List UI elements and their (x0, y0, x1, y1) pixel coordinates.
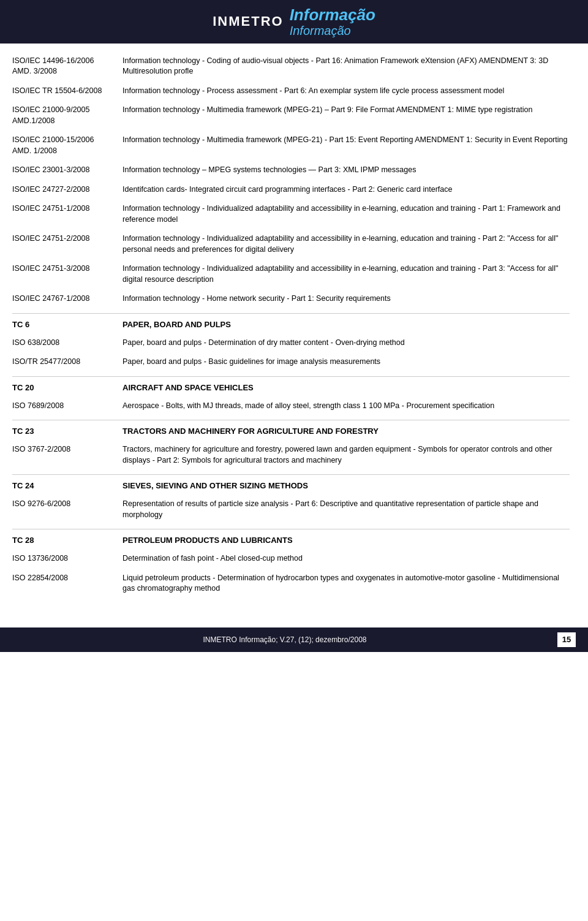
section-header-tc24: TC 24 SIEVES, SIEVING AND OTHER SIZING M… (12, 481, 570, 490)
footer-text: INMETRO Informação; V.27, (12); dezembro… (12, 635, 557, 644)
page-number: 15 (557, 632, 576, 647)
list-item: ISO/IEC 23001-3/2008 Information technol… (12, 165, 570, 176)
divider (12, 529, 570, 529)
entry-desc: Identifcation cards- Integrated circuit … (123, 184, 570, 195)
entry-desc: Liquid petroleum products - Determinatio… (123, 573, 570, 594)
section-code: TC 23 (12, 426, 110, 436)
list-item: ISO/IEC 24767-1/2008 Information technol… (12, 294, 570, 305)
list-item: ISO 13736/2008 Determination of fash poi… (12, 553, 570, 564)
entry-code: ISO/IEC 24751-3/2008 (12, 263, 110, 285)
entry-code: ISO/IEC TR 15504-6/2008 (12, 86, 110, 97)
list-item: ISO/IEC 21000-9/2005AMD.1/2008 Informati… (12, 105, 570, 126)
entry-code: ISO/IEC 24727-2/2008 (12, 184, 110, 195)
entry-code: ISO/IEC 21000-15/2006AMD. 1/2008 (12, 135, 110, 156)
entry-code: ISO/IEC 24767-1/2008 (12, 294, 110, 305)
list-item: ISO 22854/2008 Liquid petroleum products… (12, 573, 570, 594)
divider (12, 313, 570, 314)
entry-desc: Aerospace - Bolts, with MJ threads, made… (123, 401, 570, 412)
entry-code: ISO 13736/2008 (12, 553, 110, 564)
entry-desc: Information technology - Individualized … (123, 263, 570, 285)
section-code: TC 6 (12, 320, 110, 329)
page-footer: INMETRO Informação; V.27, (12); dezembro… (0, 627, 588, 652)
divider (12, 474, 570, 475)
list-item: ISO/IEC 24751-3/2008 Information technol… (12, 263, 570, 285)
section-header-tc20: TC 20 AIRCRAFT AND SPACE VEHICLES (12, 383, 570, 392)
entry-code: ISO/IEC 24751-1/2008 (12, 203, 110, 225)
entry-code: ISO/IEC 14496-16/2006AMD. 3/2008 (12, 56, 110, 77)
list-item: ISO/IEC 24751-1/2008 Information technol… (12, 203, 570, 225)
list-item: ISO/IEC 24727-2/2008 Identifcation cards… (12, 184, 570, 195)
entry-desc: Information technology - Multimedia fram… (123, 135, 570, 156)
entry-desc: Tractors, machinery for agriculture and … (123, 444, 570, 466)
section-header-tc23: TC 23 TRACTORS AND MACHINERY FOR AGRICUL… (12, 426, 570, 436)
section-code: TC 24 (12, 481, 110, 490)
page-header: INMETRO Informação Informação (0, 0, 588, 44)
entry-code: ISO/IEC 24751-2/2008 (12, 233, 110, 255)
section-title: PAPER, BOARD AND PULPS (123, 320, 570, 329)
entry-desc: Information technology - Multimedia fram… (123, 105, 570, 126)
informacao-line2: Informação (290, 24, 375, 37)
list-item: ISO/TR 25477/2008 Paper, board and pulps… (12, 357, 570, 368)
section-title: SIEVES, SIEVING AND OTHER SIZING METHODS (123, 481, 570, 490)
entry-code: ISO/TR 25477/2008 (12, 357, 110, 368)
entry-desc: Paper, board and pulps - Basic guideline… (123, 357, 570, 368)
list-item: ISO 7689/2008 Aerospace - Bolts, with MJ… (12, 401, 570, 412)
entry-code: ISO 638/2008 (12, 338, 110, 349)
list-item: ISO/IEC 21000-15/2006AMD. 1/2008 Informa… (12, 135, 570, 156)
entry-desc: Paper, board and pulps - Determination o… (123, 338, 570, 349)
list-item: ISO/IEC 24751-2/2008 Information technol… (12, 233, 570, 255)
entry-desc: Information technology - Home network se… (123, 294, 570, 305)
logo: INMETRO Informação Informação (213, 6, 375, 37)
section-code: TC 28 (12, 536, 110, 545)
entry-code: ISO/IEC 23001-3/2008 (12, 165, 110, 176)
inmetro-text: INMETRO (213, 13, 283, 29)
section-code: TC 20 (12, 383, 110, 392)
list-item: ISO 9276-6/2008 Representation of result… (12, 499, 570, 520)
entry-code: ISO 7689/2008 (12, 401, 110, 412)
entry-code: ISO 22854/2008 (12, 573, 110, 594)
list-item: ISO/IEC 14496-16/2006AMD. 3/2008 Informa… (12, 56, 570, 77)
list-item: ISO 638/2008 Paper, board and pulps - De… (12, 338, 570, 349)
entry-desc: Representation of results of particle si… (123, 499, 570, 520)
section-title: PETROLEUM PRODUCTS AND LUBRICANTS (123, 536, 570, 545)
entry-desc: Determination of fash point - Abel close… (123, 553, 570, 564)
divider (12, 376, 570, 377)
divider (12, 420, 570, 420)
entry-desc: Information technology – MPEG systems te… (123, 165, 570, 176)
entry-code: ISO 3767-2/2008 (12, 444, 110, 466)
list-item: ISO 3767-2/2008 Tractors, machinery for … (12, 444, 570, 466)
informacao-text: Informação Informação (290, 6, 375, 37)
section-header-tc28: TC 28 PETROLEUM PRODUCTS AND LUBRICANTS (12, 536, 570, 545)
entry-code: ISO 9276-6/2008 (12, 499, 110, 520)
main-content: ISO/IEC 14496-16/2006AMD. 3/2008 Informa… (0, 44, 588, 615)
entry-code: ISO/IEC 21000-9/2005AMD.1/2008 (12, 105, 110, 126)
entry-desc: Information technology - Coding of audio… (123, 56, 570, 77)
entry-desc: Information technology - Individualized … (123, 233, 570, 255)
section-title: TRACTORS AND MACHINERY FOR AGRICULTURE A… (123, 426, 570, 436)
section-header-tc6: TC 6 PAPER, BOARD AND PULPS (12, 320, 570, 329)
entry-desc: Information technology - Individualized … (123, 203, 570, 225)
informacao-line1: Informação (290, 6, 375, 24)
section-title: AIRCRAFT AND SPACE VEHICLES (123, 383, 570, 392)
list-item: ISO/IEC TR 15504-6/2008 Information tech… (12, 86, 570, 97)
entry-desc: Information technology - Process assessm… (123, 86, 570, 97)
